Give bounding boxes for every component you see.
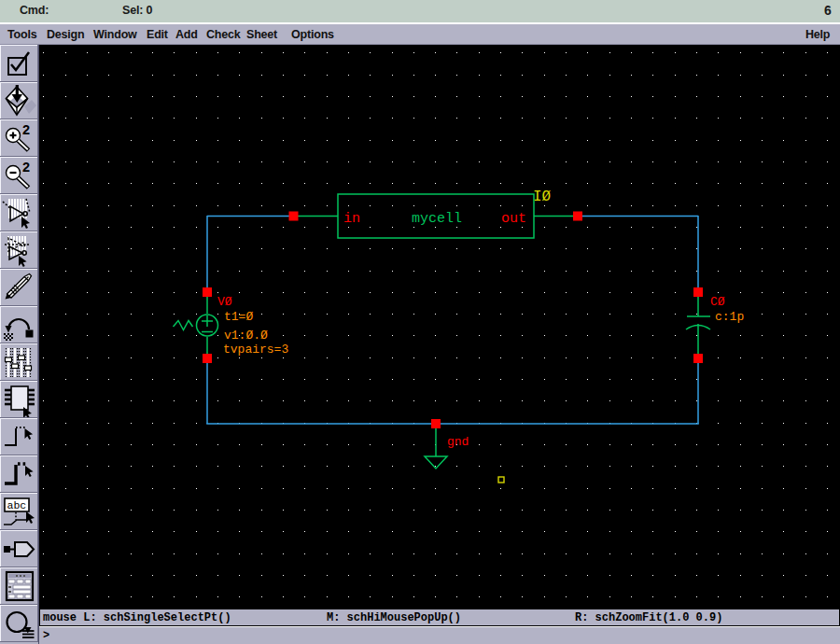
svg-text:c:1p: c:1p — [715, 310, 744, 324]
svg-text:2: 2 — [22, 160, 30, 175]
svg-text:v1:Ø.Ø: v1:Ø.Ø — [224, 329, 268, 343]
svg-text:out: out — [501, 211, 526, 227]
svg-text:IØ: IØ — [533, 189, 552, 205]
svg-text:in: in — [343, 211, 360, 227]
svg-text:abc: abc — [7, 499, 27, 511]
svg-text:t1=Ø: t1=Ø — [224, 310, 253, 324]
svg-text:gnd: gnd — [447, 435, 469, 449]
svg-text:CØ: CØ — [710, 295, 725, 309]
svg-text:2: 2 — [22, 122, 30, 137]
svg-text:tvpairs=3: tvpairs=3 — [223, 343, 288, 357]
svg-text:VØ: VØ — [217, 295, 232, 309]
svg-text:mycell: mycell — [412, 211, 462, 227]
